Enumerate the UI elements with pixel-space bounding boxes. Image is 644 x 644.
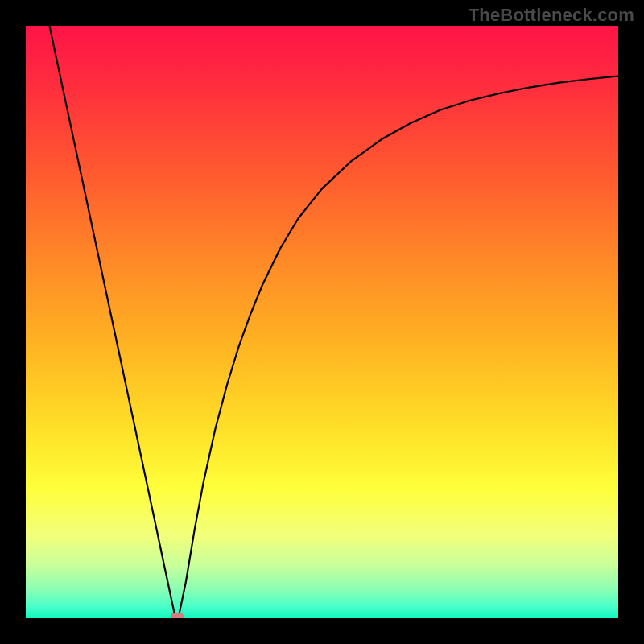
plot-area [26,26,618,618]
watermark-text: TheBottleneck.com [469,5,634,26]
bottleneck-curve [26,26,618,618]
chart-frame: TheBottleneck.com [0,0,644,644]
minimum-marker [171,613,184,618]
